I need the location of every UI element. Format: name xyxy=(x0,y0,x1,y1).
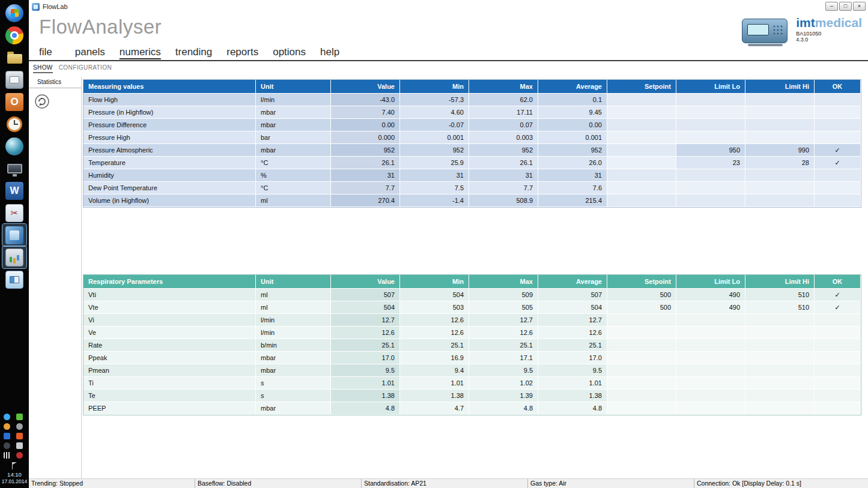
menu-item-trending[interactable]: trending xyxy=(175,46,212,58)
taskbar-item-app[interactable] xyxy=(2,68,26,91)
monitor-icon xyxy=(5,160,23,178)
status-item: Gas type: Air xyxy=(528,479,694,488)
tray-network-icon[interactable] xyxy=(4,414,10,420)
table-cell: 9.5 xyxy=(469,364,538,377)
close-button[interactable]: × xyxy=(853,2,866,11)
tray-settings-icon[interactable] xyxy=(4,423,10,430)
column-header: Unit xyxy=(256,275,331,289)
table-cell: mbar xyxy=(256,119,331,131)
table-row[interactable]: Pressure Differencembar0.00-0.070.070.00 xyxy=(83,119,861,131)
side-panel-statistics-label[interactable]: Statistics xyxy=(29,77,81,88)
table-row[interactable]: Ppeakmbar17.016.917.117.0 xyxy=(83,352,861,364)
menu-item-options[interactable]: options xyxy=(273,46,306,58)
table-row[interactable]: Pressure Atmosphericmbar9529529529529509… xyxy=(83,144,861,157)
taskbar-item-start[interactable] xyxy=(2,2,26,24)
menu-item-numerics[interactable]: numerics xyxy=(120,46,161,58)
taskbar-item-clock-app[interactable] xyxy=(2,113,26,135)
table-row[interactable]: Vteml504503505504500490510✓ xyxy=(83,301,861,314)
table-cell xyxy=(607,169,676,182)
tab-show[interactable]: SHOW xyxy=(33,64,53,73)
column-header: Value xyxy=(331,80,400,94)
tray-messenger-icon[interactable] xyxy=(16,433,23,439)
table-row[interactable]: PEEPmbar4.84.74.84.8 xyxy=(83,402,861,415)
table-cell xyxy=(745,390,815,402)
table-cell xyxy=(745,131,815,144)
column-header: Limit Lo xyxy=(676,275,745,289)
media-player-icon xyxy=(5,137,23,155)
folder-icon xyxy=(5,49,23,67)
table-cell: 952 xyxy=(331,144,400,157)
table-cell: 505 xyxy=(469,301,538,314)
table-cell: 12.6 xyxy=(538,327,607,339)
table-row[interactable]: Flow Highl/min-43.0-57.362.00.1 xyxy=(83,94,861,106)
titlebar: FlowLab – □ × xyxy=(29,0,868,13)
menu-item-panels[interactable]: panels xyxy=(75,46,105,58)
minimize-button[interactable]: – xyxy=(825,2,838,11)
tray-antivirus-icon[interactable] xyxy=(16,414,23,420)
refresh-button[interactable] xyxy=(34,94,50,109)
taskbar-item-flowlab[interactable] xyxy=(2,224,26,246)
tray-update-icon[interactable] xyxy=(16,423,23,430)
word-icon: W xyxy=(5,182,23,200)
table-cell xyxy=(815,327,861,339)
table-row[interactable]: Pressure Highbar0.0000.0010.0030.001 xyxy=(83,131,861,144)
table-cell: 4.8 xyxy=(469,402,538,415)
tray-signal-icon[interactable] xyxy=(4,452,10,459)
column-header: Min xyxy=(400,275,469,289)
table-row[interactable]: Vel/min12.612.612.612.6 xyxy=(83,327,861,339)
table-cell xyxy=(815,402,861,415)
menu-item-file[interactable]: file xyxy=(39,46,52,58)
table-cell: °C xyxy=(256,182,331,194)
table-row[interactable]: Volume (in Highflow)ml270.4-1.4508.9215.… xyxy=(83,194,861,207)
taskbar-item-paint[interactable] xyxy=(2,268,26,291)
table-cell: 0.001 xyxy=(400,131,469,144)
tray-flag-icon[interactable] xyxy=(11,462,18,469)
table-header-row: Measuring valuesUnitValueMinMaxAverageSe… xyxy=(83,80,861,94)
status-item: Baseflow: Disabled xyxy=(195,479,362,488)
maximize-button[interactable]: □ xyxy=(839,2,852,11)
table-row[interactable]: Dew Point Temperature°C7.77.57.77.6 xyxy=(83,182,861,194)
tray-volume-icon[interactable] xyxy=(16,452,23,459)
taskbar-item-media[interactable] xyxy=(2,135,26,157)
table-row[interactable]: Rateb/min25.125.125.125.1 xyxy=(83,339,861,352)
table-cell: 23 xyxy=(676,157,745,169)
taskbar-item-chart-app[interactable] xyxy=(2,246,26,268)
table-cell xyxy=(745,339,815,352)
table-cell: 215.4 xyxy=(538,194,607,207)
table-row[interactable]: Vtiml507504509507500490510✓ xyxy=(83,289,861,301)
side-panel: Statistics xyxy=(29,77,82,478)
table-row[interactable]: Tes1.381.381.391.38 xyxy=(83,390,861,402)
table-row[interactable]: Humidity%31313131 xyxy=(83,169,861,182)
table-cell xyxy=(815,390,861,402)
tray-bluetooth-icon[interactable] xyxy=(4,433,10,439)
tab-configuration[interactable]: CONFIGURATION xyxy=(59,64,112,73)
menu-item-help[interactable]: help xyxy=(320,46,339,58)
taskbar-item-word[interactable]: W xyxy=(2,179,26,202)
taskbar-item-outlook[interactable]: O xyxy=(2,91,26,113)
table-cell: 4.60 xyxy=(400,106,469,119)
flowlab-icon xyxy=(5,226,23,244)
taskbar-item-chrome[interactable] xyxy=(2,24,26,46)
table-row[interactable]: Temperature°C26.125.926.126.02328✓ xyxy=(83,157,861,169)
table-cell: 1.39 xyxy=(469,390,538,402)
taskbar-item-computer[interactable] xyxy=(2,157,26,179)
table-row[interactable]: Vil/min12.712.612.712.7 xyxy=(83,314,861,327)
column-header: Value xyxy=(331,275,400,289)
table-row[interactable]: Pmeanmbar9.59.49.59.5 xyxy=(83,364,861,377)
table-row[interactable]: Pressure (in Highflow)mbar7.404.6017.119… xyxy=(83,106,861,119)
column-header: Setpoint xyxy=(607,275,676,289)
table-cell: ml xyxy=(256,301,331,314)
taskbar-item-snipping[interactable]: ✂ xyxy=(2,202,26,224)
table-cell: 9.4 xyxy=(400,364,469,377)
tray-power-icon[interactable] xyxy=(4,442,10,449)
table-cell: ml xyxy=(256,289,331,301)
table-row[interactable]: Tis1.011.011.021.01 xyxy=(83,377,861,390)
tray-phone-icon[interactable] xyxy=(16,442,23,449)
taskbar: O W ✂ 14:10 17.01.2014 xyxy=(0,0,29,488)
table-cell: Flow High xyxy=(83,94,256,106)
table-cell xyxy=(745,194,815,207)
table-cell: 504 xyxy=(400,289,469,301)
taskbar-item-folder[interactable] xyxy=(2,46,26,68)
table-cell xyxy=(676,339,745,352)
menu-item-reports[interactable]: reports xyxy=(226,46,258,58)
